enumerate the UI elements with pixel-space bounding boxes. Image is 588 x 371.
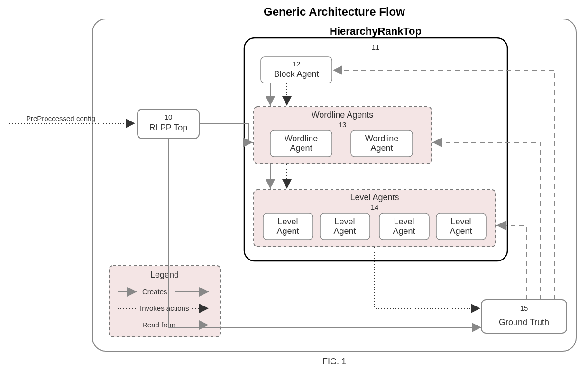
block-agent-label: Block Agent xyxy=(274,69,319,79)
preprocessed-config-label: PreProccessed config xyxy=(26,114,95,122)
outer-title: Generic Architecture Flow xyxy=(264,5,405,18)
block-agent-num: 12 xyxy=(293,60,301,68)
level-agents-num: 14 xyxy=(371,203,379,211)
legend-invokes-text: Invokes actions xyxy=(140,304,189,312)
level-agent-2-l2: Agent xyxy=(333,226,356,236)
ground-truth-num: 15 xyxy=(520,304,528,312)
level-agents-title: Level Agents xyxy=(350,193,399,202)
legend-creates-text: Creates xyxy=(142,288,167,296)
hierarchy-num: 11 xyxy=(372,43,380,51)
ground-truth-label: Ground Truth xyxy=(499,317,549,327)
level-agent-3-l1: Level xyxy=(394,217,414,226)
rlpp-top-label: RLPP Top xyxy=(149,123,187,132)
wordline-agents-num: 13 xyxy=(339,121,347,129)
diagram-canvas: Generic Architecture Flow PreProccessed … xyxy=(0,0,588,371)
wordline-agent-2-label-1: Wordline xyxy=(365,134,399,143)
hierarchy-title: HierarchyRankTop xyxy=(330,25,422,37)
level-agent-1-l2: Agent xyxy=(276,226,299,236)
legend-title: Legend xyxy=(150,270,179,279)
rlpp-top-num: 10 xyxy=(165,113,173,121)
level-agent-1-l1: Level xyxy=(277,217,298,226)
level-agent-4-l2: Agent xyxy=(450,226,472,236)
wordline-agent-1-label-1: Wordline xyxy=(285,134,318,143)
level-agent-3-l2: Agent xyxy=(393,226,415,236)
wordline-agent-2-label-2: Agent xyxy=(370,143,393,153)
wordline-agent-1-label-2: Agent xyxy=(290,143,312,153)
level-agent-4-l1: Level xyxy=(450,217,471,226)
level-agent-2-l1: Level xyxy=(334,217,355,226)
wordline-agents-title: Wordline Agents xyxy=(312,110,374,120)
figure-caption: FIG. 1 xyxy=(322,357,346,366)
